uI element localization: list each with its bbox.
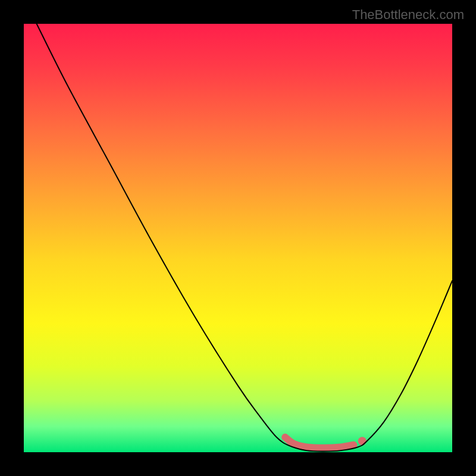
watermark-text: TheBottleneck.com [352,7,464,23]
gradient-background [24,24,452,452]
chart-container: TheBottleneck.com [0,0,476,476]
plot-area [24,24,452,452]
chart-svg [24,24,452,452]
svg-point-0 [358,437,367,445]
